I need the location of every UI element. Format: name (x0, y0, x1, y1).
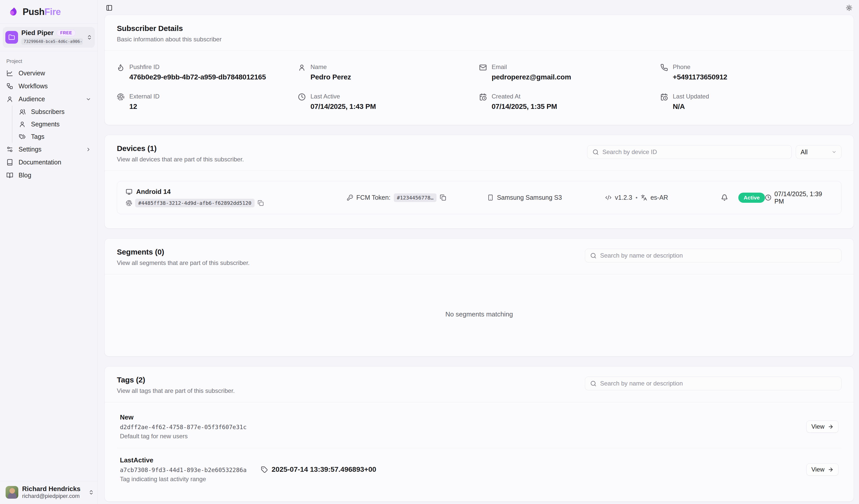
tags-tools (585, 376, 842, 390)
users-icon (19, 108, 26, 115)
theme-toggle-button[interactable] (845, 3, 854, 12)
field-value: 476b0e29-e9bb-4b72-a959-db7848012165 (129, 73, 266, 81)
sidebar-toggle-button[interactable] (105, 3, 114, 12)
sidebar-item-label: Settings (18, 146, 80, 153)
mail-icon (479, 64, 487, 71)
chevrons-up-down-icon (87, 34, 92, 40)
device-search-input[interactable] (602, 148, 786, 156)
view-tag-button[interactable]: View (807, 463, 839, 476)
sidebar-item-blog[interactable]: Blog (3, 169, 94, 182)
field-label: Last Updated (673, 93, 709, 100)
tag-info: LastActive a7cb7308-9fd3-44d1-893e-b2e60… (120, 456, 261, 483)
code-icon (605, 194, 612, 201)
user-menu[interactable]: Richard Hendricks richard@piedpiper.com (0, 481, 97, 504)
sliders-icon (6, 146, 13, 153)
device-model: Samsung Samsung S3 (487, 194, 605, 201)
copy-icon[interactable] (440, 194, 446, 201)
clock-icon (765, 194, 771, 201)
field-value: Pedro Perez (311, 73, 351, 81)
tags-search[interactable] (585, 377, 842, 390)
card-title: Devices (1) (117, 144, 244, 153)
devices-header: Devices (1) View all devices that are pa… (105, 135, 854, 171)
device-last-seen: 07/14/2025, 1:39 PM (765, 190, 832, 205)
device-fcm: FCM Token: #1234456778… (347, 193, 487, 202)
device-last-seen-value: 07/14/2025, 1:39 PM (774, 190, 832, 205)
view-button-label: View (811, 466, 825, 473)
workspace-info: Pied Piper FREE 73299640-bce5-4d6c-a906-… (21, 29, 83, 46)
fingerprint-icon (117, 93, 124, 101)
fcm-token-label: FCM Token: (357, 194, 391, 201)
view-tag-button[interactable]: View (807, 421, 839, 433)
user-name: Richard Hendricks (22, 485, 85, 493)
sidebar-item-label: Tags (31, 133, 44, 140)
search-icon (590, 380, 597, 387)
tag-id: a7cb7308-9fd3-44d1-893e-b2e60532286a (120, 467, 261, 473)
chevron-right-icon (86, 147, 91, 152)
calendar-clock-icon (479, 93, 487, 101)
sidebar-item-documentation[interactable]: Documentation (3, 156, 94, 169)
sidebar-item-segments[interactable]: Segments (16, 118, 94, 130)
device-locale: es-AR (650, 194, 668, 201)
device-main: Android 14 #4485ff38-3212-4d9d-afb6-f628… (126, 188, 347, 207)
card-title: Subscriber Details (117, 24, 222, 33)
pushfire-logo-icon (9, 6, 19, 17)
field-last-updated: Last Updated N/A (660, 93, 842, 111)
sidebar-item-settings[interactable]: Settings (3, 143, 94, 156)
view-button-label: View (811, 423, 825, 430)
sidebar-item-subscribers[interactable]: Subscribers (16, 106, 94, 118)
device-filter-select[interactable]: All (796, 145, 842, 159)
sidebar-item-label: Audience (18, 95, 80, 103)
separator-dot: • (635, 194, 637, 201)
tag-description: Tag indicating last activity range (120, 476, 261, 483)
tag-row-lastactive: LastActive a7cb7308-9fd3-44d1-893e-b2e60… (117, 448, 842, 491)
devices-card: Devices (1) View all devices that are pa… (104, 135, 854, 229)
sidebar-item-workflows[interactable]: Workflows (3, 80, 94, 93)
chevron-down-icon (86, 96, 91, 102)
user-icon (298, 64, 306, 71)
tag-row-new: New d2dff2ae-4f62-4758-877e-05f3f607e31c… (117, 405, 842, 448)
card-title: Tags (2) (117, 376, 235, 384)
segments-search[interactable] (585, 249, 842, 263)
workflow-icon (6, 83, 13, 90)
sidebar-item-audience[interactable]: Audience (3, 93, 94, 106)
sidebar-item-label: Overview (18, 69, 45, 77)
field-value: 07/14/2025, 1:43 PM (311, 103, 376, 111)
copy-icon[interactable] (258, 200, 264, 206)
workspace-id: 73299640-bce5-4d6c-a906-10ea5… (21, 38, 83, 45)
panel-left-icon (106, 4, 112, 11)
segments-search-input[interactable] (600, 252, 836, 259)
book-open-icon (6, 172, 13, 179)
notifications-indicator (711, 194, 738, 201)
tags-search-input[interactable] (600, 380, 836, 387)
device-model-name: Samsung Samsung S3 (497, 194, 562, 201)
field-external-id: External ID 12 (117, 93, 298, 111)
workspace-switcher[interactable]: Pied Piper FREE 73299640-bce5-4d6c-a906-… (3, 27, 95, 48)
arrow-right-icon (828, 467, 833, 473)
sidebar-item-tags[interactable]: Tags (16, 130, 94, 143)
sidebar-item-overview[interactable]: Overview (3, 67, 94, 80)
workspace-folder-icon (5, 31, 18, 44)
smartphone-icon (487, 194, 494, 201)
tag-value-text: 2025-07-14 13:39:57.496893+00 (272, 466, 376, 474)
sidebar-item-label: Documentation (18, 159, 61, 166)
field-label: Created At (492, 93, 557, 100)
bell-icon (721, 194, 728, 201)
field-pushfire-id: Pushfire ID 476b0e29-e9bb-4b72-a959-db78… (117, 63, 298, 81)
device-search[interactable] (587, 145, 792, 159)
tag-info: New d2dff2ae-4f62-4758-877e-05f3f607e31c… (120, 413, 261, 440)
field-last-active: Last Active 07/14/2025, 1:43 PM (298, 93, 479, 111)
tag-icon (261, 466, 268, 473)
user-info: Richard Hendricks richard@piedpiper.com (22, 485, 85, 500)
tag-value: 2025-07-14 13:39:57.496893+00 (261, 466, 807, 474)
field-phone: Phone +5491173650912 (660, 63, 842, 81)
tags-card: Tags (2) View all tags that are part of … (104, 366, 854, 502)
key-icon (347, 194, 353, 201)
chart-line-icon (6, 70, 13, 77)
brand-wordmark: PushFire (22, 6, 61, 17)
field-label: Pushfire ID (129, 63, 266, 70)
devices-tools: All (587, 144, 842, 159)
sidebar-item-label: Workflows (18, 82, 48, 90)
tag-name: LastActive (120, 456, 261, 464)
segments-empty-state: No segments matching (105, 274, 854, 356)
user-icon (19, 121, 26, 128)
